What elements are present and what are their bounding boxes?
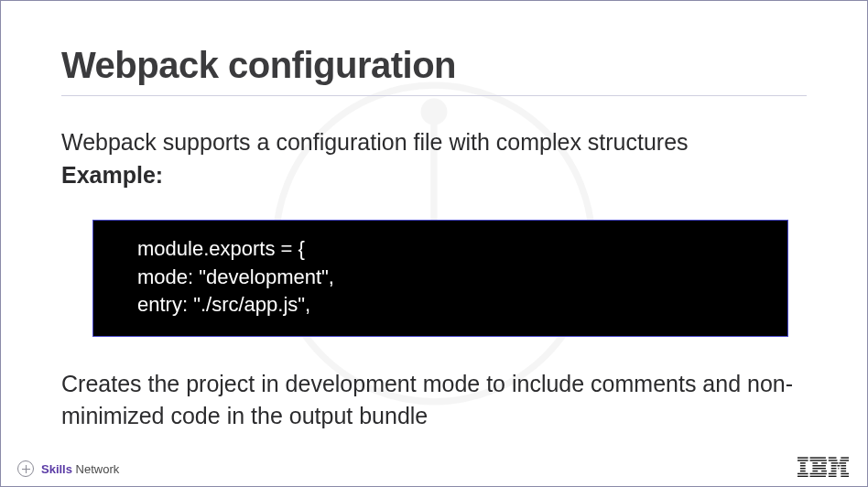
svg-rect-12 bbox=[797, 476, 808, 477]
svg-rect-5 bbox=[797, 457, 808, 458]
svg-rect-24 bbox=[841, 457, 849, 458]
svg-rect-27 bbox=[831, 462, 839, 463]
example-label: Example: bbox=[61, 162, 807, 189]
svg-rect-37 bbox=[829, 473, 837, 474]
code-line-2: mode: "development", bbox=[137, 264, 743, 292]
svg-rect-10 bbox=[800, 471, 806, 471]
svg-rect-18 bbox=[812, 468, 825, 469]
footer: Skills Network bbox=[1, 451, 867, 486]
svg-rect-31 bbox=[841, 465, 846, 466]
svg-rect-32 bbox=[831, 468, 837, 469]
skills-network-icon bbox=[17, 460, 34, 477]
footer-left: Skills Network bbox=[17, 460, 119, 477]
svg-rect-14 bbox=[810, 460, 827, 460]
svg-rect-7 bbox=[800, 462, 806, 463]
skills-network-label: Skills Network bbox=[41, 462, 119, 476]
svg-rect-28 bbox=[839, 462, 846, 463]
svg-rect-21 bbox=[810, 473, 827, 474]
svg-rect-33 bbox=[838, 468, 839, 469]
intro-text: Webpack supports a configuration file wi… bbox=[61, 127, 807, 158]
svg-rect-35 bbox=[831, 471, 837, 471]
svg-rect-39 bbox=[829, 476, 837, 477]
slide-content: Webpack configuration Webpack supports a… bbox=[1, 1, 867, 432]
svg-rect-30 bbox=[837, 465, 840, 466]
svg-rect-15 bbox=[812, 462, 818, 463]
svg-rect-13 bbox=[810, 457, 826, 458]
svg-rect-16 bbox=[821, 462, 827, 463]
code-line-3: entry: "./src/app.js", bbox=[137, 291, 743, 319]
description-text: Creates the project in development mode … bbox=[61, 368, 807, 432]
svg-rect-26 bbox=[840, 460, 849, 460]
svg-rect-23 bbox=[829, 457, 837, 458]
slide-title: Webpack configuration bbox=[61, 45, 807, 86]
svg-rect-17 bbox=[812, 465, 825, 466]
svg-rect-25 bbox=[829, 460, 838, 460]
svg-rect-29 bbox=[831, 465, 837, 466]
code-line-1: module.exports = { bbox=[137, 235, 743, 264]
svg-rect-9 bbox=[800, 468, 806, 469]
svg-rect-36 bbox=[841, 471, 846, 471]
code-block: module.exports = { mode: "development", … bbox=[92, 220, 788, 337]
svg-rect-11 bbox=[797, 473, 808, 474]
svg-rect-19 bbox=[812, 471, 818, 471]
svg-rect-6 bbox=[797, 460, 808, 460]
svg-rect-20 bbox=[821, 471, 827, 471]
svg-rect-40 bbox=[841, 476, 849, 477]
svg-rect-38 bbox=[841, 473, 849, 474]
svg-rect-22 bbox=[810, 476, 826, 477]
svg-rect-8 bbox=[800, 465, 806, 466]
ibm-logo bbox=[797, 457, 849, 481]
svg-rect-34 bbox=[841, 468, 846, 469]
title-divider bbox=[61, 95, 807, 96]
